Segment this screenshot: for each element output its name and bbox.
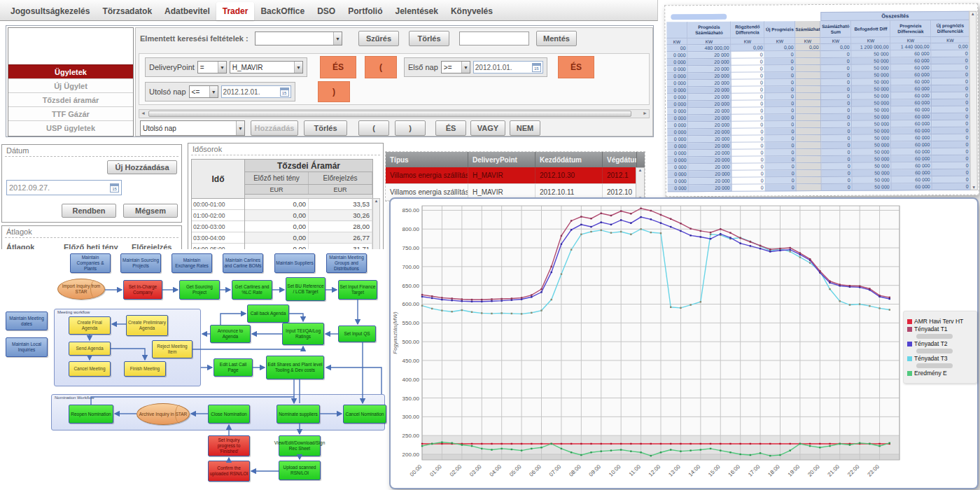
- cell-value[interactable]: 0: [732, 93, 765, 100]
- menu-item-t-rzsadatok[interactable]: Törzsadatok: [96, 2, 158, 20]
- cell-value: 0: [932, 85, 970, 92]
- cell-value[interactable]: 0: [732, 100, 765, 107]
- cell-value[interactable]: 0: [732, 107, 765, 114]
- column-header[interactable]: Típus: [386, 152, 468, 167]
- cell-value[interactable]: 0: [732, 156, 765, 163]
- cell-value: 0: [932, 134, 970, 141]
- menu-item-k-nyvel-s[interactable]: Könyvelés: [444, 2, 499, 20]
- trader-app-window: ÜgyletekÚj ÜgyletTőzsdei áramárTTF Gázár…: [6, 25, 654, 137]
- cell-value[interactable]: 0: [732, 51, 765, 58]
- clear-button[interactable]: Törlés: [409, 31, 449, 46]
- cell-value[interactable]: 0: [732, 170, 766, 177]
- column-header[interactable]: Végdátum: [603, 152, 637, 167]
- ok-button[interactable]: Rendben: [62, 204, 116, 218]
- cell-value[interactable]: 0: [732, 135, 765, 142]
- cell-value[interactable]: 0: [732, 149, 765, 156]
- vertical-scrollbar[interactable]: ▲: [372, 198, 380, 254]
- column-header[interactable]: Kezdődátum: [536, 152, 603, 167]
- not-button[interactable]: NEM: [510, 120, 540, 136]
- close-paren-button[interactable]: ): [395, 120, 426, 136]
- sidebar-item-usp-gyletek[interactable]: USP ügyletek: [8, 120, 133, 134]
- sidebar-item--gyletek[interactable]: Ügyletek: [8, 64, 133, 78]
- cell-value[interactable]: 0: [732, 177, 766, 184]
- and-token[interactable]: ÉS: [320, 56, 356, 78]
- and-token[interactable]: ÉS: [558, 56, 594, 78]
- calendar-icon[interactable]: 15: [280, 88, 289, 97]
- add-new-button[interactable]: Új Hozzáadása: [107, 160, 177, 174]
- menu-item-adatbevitel[interactable]: Adatbevitel: [158, 2, 216, 20]
- menu-item-portfoli-[interactable]: Portfolió: [342, 2, 388, 20]
- timeseries-panel: Idősorok Idő 00:00-01:0001:00-02:0002:00…: [188, 143, 384, 256]
- saved-filters-select[interactable]: ▼: [255, 31, 342, 46]
- horizontal-scrollbar[interactable]: ◄ ►: [139, 109, 650, 118]
- cell-value: [796, 100, 821, 107]
- sidebar-item--j-gylet[interactable]: Új Ügylet: [8, 78, 133, 92]
- table-row[interactable]: 0,0028,00: [245, 221, 372, 232]
- add-condition-button[interactable]: Hozzáadás: [251, 120, 298, 136]
- cell-value: 50 000: [852, 92, 891, 99]
- cell-value[interactable]: 0: [732, 58, 765, 65]
- cell-value: 20 000: [688, 136, 732, 143]
- field-select[interactable]: Utolsó nap▼: [140, 120, 245, 136]
- table-row[interactable]: Villamos energia szállításH_MAVIR2012.10…: [386, 167, 645, 184]
- legend-entry: AMR Havi Terv HT: [907, 318, 973, 325]
- menu-item-backoffice[interactable]: BackOffice: [254, 2, 311, 20]
- cell-value[interactable]: 0: [732, 114, 765, 121]
- vertical-scrollbar[interactable]: ▲▼: [636, 167, 645, 201]
- date-input[interactable]: 2012.12.01.15: [221, 85, 291, 98]
- group-header: Tőzsdei Áramár: [245, 160, 372, 172]
- menu-item-trader[interactable]: Trader: [216, 2, 255, 20]
- svg-text:400.00: 400.00: [402, 377, 420, 383]
- cell-value[interactable]: 0: [732, 128, 765, 135]
- scrollbar-thumb[interactable]: [148, 111, 631, 117]
- table-row[interactable]: 0,0026,77: [245, 232, 372, 244]
- cell-value[interactable]: 0: [732, 163, 766, 170]
- menu-item-jogosults-gkezel-s[interactable]: Jogosultságkezelés: [4, 2, 96, 20]
- scroll-left-icon[interactable]: ◄: [139, 111, 147, 115]
- cell-value: 20 000: [689, 164, 732, 171]
- scroll-right-icon[interactable]: ►: [641, 111, 649, 115]
- cell-value: 50 000: [852, 106, 891, 113]
- delete-condition-button[interactable]: Törlés: [304, 120, 347, 136]
- cell-value: [796, 72, 821, 79]
- filter-button[interactable]: Szűrés: [358, 31, 399, 46]
- operator-select[interactable]: <=▼: [189, 85, 218, 98]
- or-button[interactable]: VAGY: [470, 120, 505, 136]
- sidebar-item-t-zsdei-ram-r[interactable]: Tőzsdei áramár: [8, 92, 133, 106]
- scroll-up-icon[interactable]: ▲: [971, 12, 975, 16]
- cell-value[interactable]: 0: [732, 184, 766, 191]
- condition-firstday: Első nap >=▼ 2012.01.01.15: [404, 57, 547, 77]
- date-input[interactable]: 2012.01.01.15: [473, 61, 543, 74]
- cell-value[interactable]: 0: [732, 86, 765, 93]
- column-header[interactable]: DeliveryPoint: [468, 152, 536, 167]
- table-row[interactable]: 0,0030,26: [245, 210, 372, 221]
- flow-node: Cancel Meeting: [69, 361, 111, 377]
- cell-value[interactable]: 0: [732, 65, 765, 72]
- cancel-button[interactable]: Mégsem: [123, 204, 178, 218]
- operator-select[interactable]: >=▼: [441, 61, 470, 74]
- operator-select[interactable]: =▼: [197, 61, 227, 74]
- calendar-icon[interactable]: 15: [110, 183, 119, 192]
- value-select[interactable]: H_MAVIR▼: [230, 61, 303, 74]
- cell-value[interactable]: 0: [732, 72, 765, 79]
- close-paren-token[interactable]: ): [318, 81, 350, 102]
- scroll-up-icon[interactable]: ▲: [374, 199, 379, 203]
- and-button[interactable]: ÉS: [435, 120, 466, 136]
- cell-value[interactable]: 0: [732, 142, 765, 149]
- save-button[interactable]: Mentés: [536, 31, 577, 46]
- cell-value[interactable]: 0: [732, 79, 765, 86]
- open-paren-button[interactable]: (: [358, 120, 389, 136]
- date-input[interactable]: 2012.09.27.15: [6, 180, 122, 195]
- table-row[interactable]: 0,0033,53: [245, 199, 372, 210]
- calendar-icon[interactable]: 15: [532, 63, 541, 72]
- sidebar-item-ttf-g-z-r[interactable]: TTF Gázár: [8, 106, 133, 120]
- open-paren-token[interactable]: (: [365, 56, 397, 78]
- menu-item-jelent-sek[interactable]: Jelentések: [389, 2, 444, 20]
- scroll-up-icon[interactable]: ▲: [638, 168, 643, 172]
- cell-value[interactable]: 0: [732, 121, 765, 128]
- scroll-down-icon[interactable]: ▼: [972, 186, 976, 190]
- vertical-scrollbar[interactable]: ▲▼: [969, 11, 978, 190]
- cell-value: 50 000: [852, 155, 891, 162]
- filter-name-input[interactable]: [459, 31, 529, 46]
- menu-item-dso[interactable]: DSO: [311, 2, 342, 20]
